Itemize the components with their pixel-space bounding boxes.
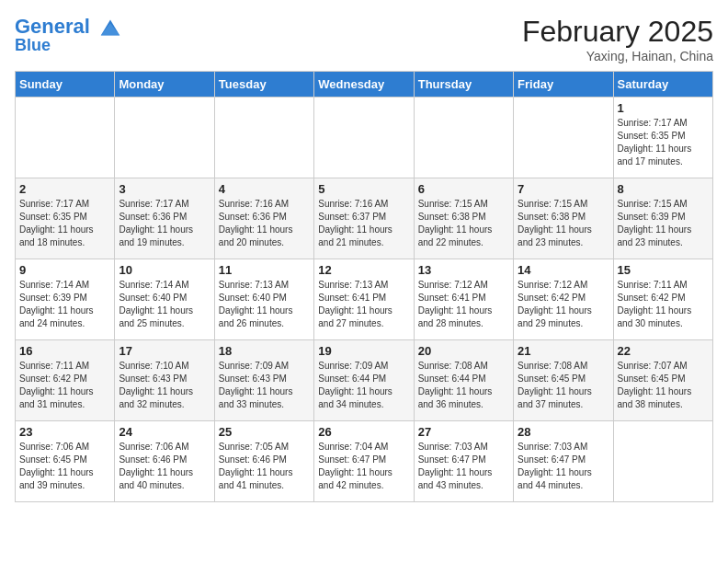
logo-icon [97, 15, 123, 40]
month-title: February 2025 [522, 15, 713, 49]
calendar-cell: 8Sunrise: 7:15 AM Sunset: 6:39 PM Daylig… [613, 178, 712, 259]
day-of-week-header: Thursday [414, 72, 513, 98]
day-of-week-header: Friday [514, 72, 613, 98]
day-info: Sunrise: 7:09 AM Sunset: 6:43 PM Dayligh… [219, 360, 310, 411]
calendar-cell: 17Sunrise: 7:10 AM Sunset: 6:43 PM Dayli… [115, 340, 214, 421]
calendar-week-row: 23Sunrise: 7:06 AM Sunset: 6:45 PM Dayli… [16, 421, 713, 502]
day-info: Sunrise: 7:13 AM Sunset: 6:41 PM Dayligh… [318, 279, 409, 330]
calendar-cell: 7Sunrise: 7:15 AM Sunset: 6:38 PM Daylig… [514, 178, 613, 259]
day-info: Sunrise: 7:11 AM Sunset: 6:42 PM Dayligh… [19, 360, 110, 411]
day-info: Sunrise: 7:05 AM Sunset: 6:46 PM Dayligh… [219, 441, 310, 492]
calendar-cell: 10Sunrise: 7:14 AM Sunset: 6:40 PM Dayli… [115, 259, 214, 340]
calendar-cell [314, 98, 414, 178]
calendar-cell: 2Sunrise: 7:17 AM Sunset: 6:35 PM Daylig… [16, 178, 115, 259]
day-of-week-header: Tuesday [214, 72, 313, 98]
calendar-cell: 13Sunrise: 7:12 AM Sunset: 6:41 PM Dayli… [414, 259, 513, 340]
day-number: 26 [318, 425, 409, 439]
calendar-cell: 5Sunrise: 7:16 AM Sunset: 6:37 PM Daylig… [314, 178, 414, 259]
calendar-body: 1Sunrise: 7:17 AM Sunset: 6:35 PM Daylig… [16, 98, 713, 502]
calendar-week-row: 2Sunrise: 7:17 AM Sunset: 6:35 PM Daylig… [16, 178, 713, 259]
day-number: 7 [518, 182, 609, 196]
day-info: Sunrise: 7:12 AM Sunset: 6:41 PM Dayligh… [418, 279, 509, 330]
day-info: Sunrise: 7:09 AM Sunset: 6:44 PM Dayligh… [318, 360, 409, 411]
day-info: Sunrise: 7:17 AM Sunset: 6:36 PM Dayligh… [119, 198, 210, 249]
calendar-week-row: 9Sunrise: 7:14 AM Sunset: 6:39 PM Daylig… [16, 259, 713, 340]
day-number: 21 [518, 344, 609, 358]
day-info: Sunrise: 7:15 AM Sunset: 6:39 PM Dayligh… [618, 198, 709, 249]
day-info: Sunrise: 7:17 AM Sunset: 6:35 PM Dayligh… [19, 198, 110, 249]
calendar-cell [16, 98, 115, 178]
day-info: Sunrise: 7:15 AM Sunset: 6:38 PM Dayligh… [518, 198, 609, 249]
calendar-header-row: SundayMondayTuesdayWednesdayThursdayFrid… [16, 72, 713, 98]
day-number: 1 [618, 101, 709, 115]
day-number: 5 [318, 182, 409, 196]
day-number: 23 [19, 425, 110, 439]
location: Yaxing, Hainan, China [522, 49, 713, 63]
calendar-cell: 23Sunrise: 7:06 AM Sunset: 6:45 PM Dayli… [16, 421, 115, 502]
day-number: 22 [618, 344, 709, 358]
day-number: 3 [119, 182, 210, 196]
calendar-cell: 26Sunrise: 7:04 AM Sunset: 6:47 PM Dayli… [314, 421, 414, 502]
day-number: 19 [318, 344, 409, 358]
calendar-cell: 27Sunrise: 7:03 AM Sunset: 6:47 PM Dayli… [414, 421, 513, 502]
day-number: 8 [618, 182, 709, 196]
day-number: 14 [518, 263, 609, 277]
day-number: 20 [418, 344, 509, 358]
day-number: 25 [219, 425, 310, 439]
calendar-cell: 6Sunrise: 7:15 AM Sunset: 6:38 PM Daylig… [414, 178, 513, 259]
day-of-week-header: Sunday [16, 72, 115, 98]
calendar-cell: 28Sunrise: 7:03 AM Sunset: 6:47 PM Dayli… [514, 421, 613, 502]
day-number: 16 [19, 344, 110, 358]
day-info: Sunrise: 7:04 AM Sunset: 6:47 PM Dayligh… [318, 441, 409, 492]
day-of-week-header: Monday [115, 72, 214, 98]
calendar-cell: 19Sunrise: 7:09 AM Sunset: 6:44 PM Dayli… [314, 340, 414, 421]
calendar-cell: 25Sunrise: 7:05 AM Sunset: 6:46 PM Dayli… [214, 421, 313, 502]
day-info: Sunrise: 7:15 AM Sunset: 6:38 PM Dayligh… [418, 198, 509, 249]
day-info: Sunrise: 7:03 AM Sunset: 6:47 PM Dayligh… [418, 441, 509, 492]
day-number: 11 [219, 263, 310, 277]
title-block: February 2025 Yaxing, Hainan, China [522, 15, 713, 63]
day-info: Sunrise: 7:14 AM Sunset: 6:40 PM Dayligh… [119, 279, 210, 330]
calendar-cell: 24Sunrise: 7:06 AM Sunset: 6:46 PM Dayli… [115, 421, 214, 502]
calendar-cell: 4Sunrise: 7:16 AM Sunset: 6:36 PM Daylig… [214, 178, 313, 259]
day-info: Sunrise: 7:17 AM Sunset: 6:35 PM Dayligh… [618, 117, 709, 168]
calendar-cell [514, 98, 613, 178]
day-of-week-header: Saturday [613, 72, 712, 98]
calendar-cell: 21Sunrise: 7:08 AM Sunset: 6:45 PM Dayli… [514, 340, 613, 421]
calendar-cell [613, 421, 712, 502]
day-number: 6 [418, 182, 509, 196]
day-info: Sunrise: 7:06 AM Sunset: 6:46 PM Dayligh… [119, 441, 210, 492]
day-info: Sunrise: 7:08 AM Sunset: 6:44 PM Dayligh… [418, 360, 509, 411]
calendar-cell: 11Sunrise: 7:13 AM Sunset: 6:40 PM Dayli… [214, 259, 313, 340]
calendar-cell: 1Sunrise: 7:17 AM Sunset: 6:35 PM Daylig… [613, 98, 712, 178]
calendar-cell: 3Sunrise: 7:17 AM Sunset: 6:36 PM Daylig… [115, 178, 214, 259]
day-number: 17 [119, 344, 210, 358]
page-header: General Blue February 2025 Yaxing, Haina… [15, 15, 713, 63]
day-info: Sunrise: 7:12 AM Sunset: 6:42 PM Dayligh… [518, 279, 609, 330]
logo: General Blue [15, 15, 123, 55]
day-info: Sunrise: 7:10 AM Sunset: 6:43 PM Dayligh… [119, 360, 210, 411]
calendar-cell: 18Sunrise: 7:09 AM Sunset: 6:43 PM Dayli… [214, 340, 313, 421]
day-number: 4 [219, 182, 310, 196]
calendar-cell [115, 98, 214, 178]
calendar-cell [414, 98, 513, 178]
day-number: 9 [19, 263, 110, 277]
day-number: 15 [618, 263, 709, 277]
day-info: Sunrise: 7:03 AM Sunset: 6:47 PM Dayligh… [518, 441, 609, 492]
day-number: 28 [518, 425, 609, 439]
day-number: 27 [418, 425, 509, 439]
day-info: Sunrise: 7:07 AM Sunset: 6:45 PM Dayligh… [618, 360, 709, 411]
calendar-cell: 16Sunrise: 7:11 AM Sunset: 6:42 PM Dayli… [16, 340, 115, 421]
calendar-cell [214, 98, 313, 178]
calendar-cell: 9Sunrise: 7:14 AM Sunset: 6:39 PM Daylig… [16, 259, 115, 340]
day-info: Sunrise: 7:08 AM Sunset: 6:45 PM Dayligh… [518, 360, 609, 411]
day-info: Sunrise: 7:16 AM Sunset: 6:37 PM Dayligh… [318, 198, 409, 249]
calendar-cell: 22Sunrise: 7:07 AM Sunset: 6:45 PM Dayli… [613, 340, 712, 421]
day-info: Sunrise: 7:11 AM Sunset: 6:42 PM Dayligh… [618, 279, 709, 330]
day-info: Sunrise: 7:14 AM Sunset: 6:39 PM Dayligh… [19, 279, 110, 330]
svg-marker-1 [101, 23, 120, 35]
day-number: 12 [318, 263, 409, 277]
calendar-cell: 20Sunrise: 7:08 AM Sunset: 6:44 PM Dayli… [414, 340, 513, 421]
day-number: 13 [418, 263, 509, 277]
calendar-cell: 14Sunrise: 7:12 AM Sunset: 6:42 PM Dayli… [514, 259, 613, 340]
